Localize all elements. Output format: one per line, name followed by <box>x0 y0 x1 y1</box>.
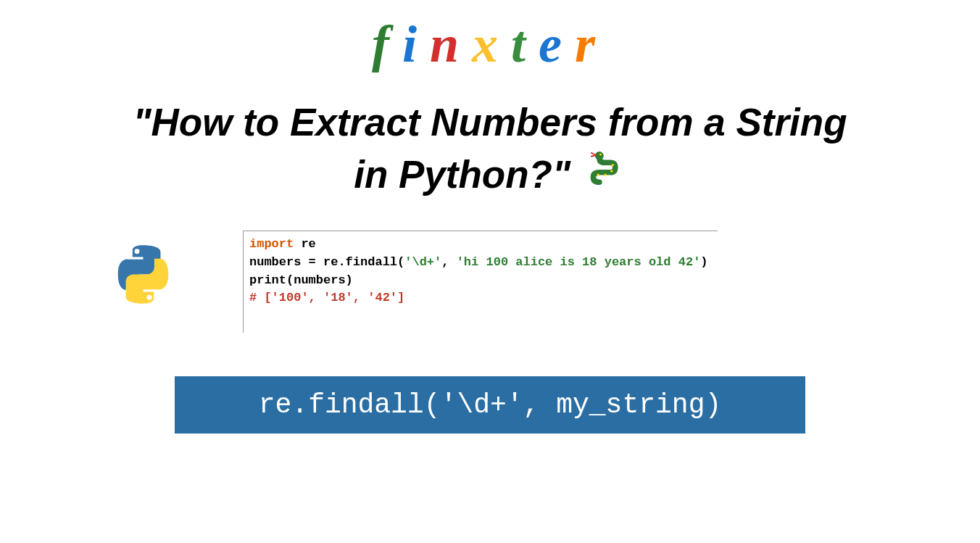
snake-icon <box>587 152 626 204</box>
svg-point-5 <box>612 164 614 166</box>
logo-letter-i: i <box>402 15 430 73</box>
code-line-3: print(numbers) <box>249 272 712 290</box>
code-module: re <box>294 237 316 251</box>
code-keyword: import <box>249 237 294 251</box>
code-string-input: 'hi 100 alice is 18 years old 42' <box>457 255 701 269</box>
logo-letter-r: r <box>575 15 608 73</box>
code-string-regex: '\d+' <box>404 255 441 269</box>
python-logo-icon <box>112 244 174 305</box>
svg-point-2 <box>597 173 599 175</box>
code-line-4: # ['100', '18', '42'] <box>249 289 712 307</box>
content-row: import re numbers = re.findall('\d+', 'h… <box>0 231 980 333</box>
logo-letter-e: e <box>539 15 575 73</box>
code-comment: # ['100', '18', '42'] <box>249 291 404 304</box>
svg-point-6 <box>135 249 140 254</box>
logo-letter-t: t <box>511 15 539 73</box>
page-title: "How to Extract Numbers from a String in… <box>0 96 980 203</box>
svg-point-3 <box>604 173 606 175</box>
brand-logo: finxter <box>0 0 980 75</box>
summary-code-text: re.findall('\d+', my_string) <box>259 389 722 420</box>
title-line-1: "How to Extract Numbers from a String <box>133 101 847 144</box>
svg-point-7 <box>147 295 152 300</box>
logo-letter-f: f <box>372 15 402 73</box>
summary-code-box: re.findall('\d+', my_string) <box>175 376 805 434</box>
svg-point-0 <box>595 152 604 160</box>
code-line-2: numbers = re.findall('\d+', 'hi 100 alic… <box>249 254 712 272</box>
logo-letter-x: x <box>472 15 511 73</box>
svg-point-1 <box>599 154 602 156</box>
title-line-2: in Python?" <box>354 153 570 196</box>
logo-letter-n: n <box>430 15 472 73</box>
code-snippet: import re numbers = re.findall('\d+', 'h… <box>243 231 718 333</box>
svg-point-4 <box>610 170 612 172</box>
code-line-1: import re <box>249 236 712 254</box>
